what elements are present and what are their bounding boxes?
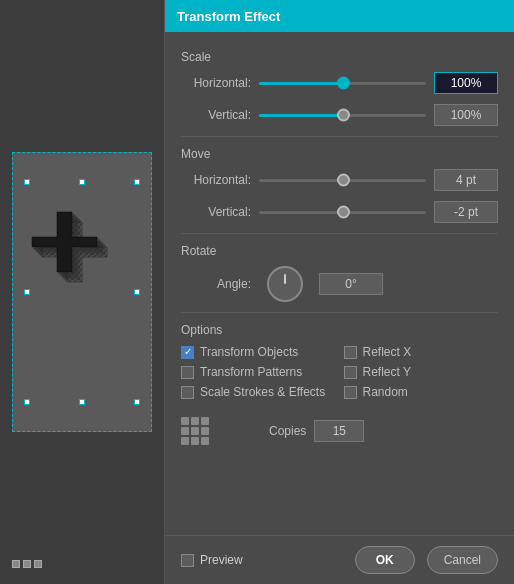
preview-canvas bbox=[12, 152, 152, 432]
scale-horizontal-label: Horizontal: bbox=[181, 76, 259, 90]
reflect-x-checkbox[interactable] bbox=[344, 346, 357, 359]
scale-horizontal-fill bbox=[259, 82, 343, 85]
scale-horizontal-slider[interactable] bbox=[259, 75, 426, 91]
svg-marker-5 bbox=[42, 222, 107, 282]
reflect-y-row: Reflect Y bbox=[344, 365, 499, 379]
preview-label: Preview bbox=[200, 553, 243, 567]
scale-horizontal-row: Horizontal: bbox=[181, 72, 498, 94]
scale-vertical-label: Vertical: bbox=[181, 108, 259, 122]
scale-vertical-fill bbox=[259, 114, 343, 117]
angle-input[interactable] bbox=[319, 273, 383, 295]
options-section-label: Options bbox=[181, 323, 498, 337]
transform-patterns-label: Transform Patterns bbox=[200, 365, 302, 379]
move-horizontal-row: Horizontal: bbox=[181, 169, 498, 191]
move-vertical-track bbox=[259, 211, 426, 214]
divider-3 bbox=[181, 312, 498, 313]
scale-vertical-input[interactable] bbox=[434, 104, 498, 126]
random-checkbox[interactable] bbox=[344, 386, 357, 399]
transform-patterns-checkbox[interactable] bbox=[181, 366, 194, 379]
reflect-y-label: Reflect Y bbox=[363, 365, 411, 379]
move-section-label: Move bbox=[181, 147, 498, 161]
scale-vertical-track bbox=[259, 114, 426, 117]
preview-checkbox-row: Preview bbox=[181, 553, 343, 567]
divider-1 bbox=[181, 136, 498, 137]
move-horizontal-label: Horizontal: bbox=[181, 173, 259, 187]
transform-objects-label: Transform Objects bbox=[200, 345, 298, 359]
angle-label: Angle: bbox=[181, 277, 259, 291]
scale-horizontal-track bbox=[259, 82, 426, 85]
reflect-x-label: Reflect X bbox=[363, 345, 412, 359]
copies-input[interactable] bbox=[314, 420, 364, 442]
random-row: Random bbox=[344, 385, 499, 399]
scale-strokes-row: Scale Strokes & Effects bbox=[181, 385, 336, 399]
scale-horizontal-thumb[interactable] bbox=[337, 77, 350, 90]
random-label: Random bbox=[363, 385, 408, 399]
scale-vertical-slider[interactable] bbox=[259, 107, 426, 123]
scale-section-label: Scale bbox=[181, 50, 498, 64]
copies-label: Copies bbox=[269, 424, 306, 438]
preview-graphic bbox=[27, 182, 137, 402]
scale-strokes-checkbox[interactable] bbox=[181, 386, 194, 399]
move-horizontal-slider[interactable] bbox=[259, 172, 426, 188]
scale-horizontal-input[interactable] bbox=[434, 72, 498, 94]
bottom-bar: Preview OK Cancel bbox=[165, 535, 514, 584]
transform-objects-row: ✓ Transform Objects bbox=[181, 345, 336, 359]
dialog-content: Scale Horizontal: Vertical: bbox=[165, 32, 514, 535]
scale-strokes-label: Scale Strokes & Effects bbox=[200, 385, 325, 399]
transform-objects-checkbox[interactable]: ✓ bbox=[181, 346, 194, 359]
preview-checkbox[interactable] bbox=[181, 554, 194, 567]
dialog-title: Transform Effect bbox=[177, 9, 280, 24]
move-horizontal-thumb[interactable] bbox=[337, 174, 350, 187]
transform-patterns-row: Transform Patterns bbox=[181, 365, 336, 379]
scale-vertical-thumb[interactable] bbox=[337, 109, 350, 122]
copies-row: Copies bbox=[181, 413, 498, 445]
cancel-button[interactable]: Cancel bbox=[427, 546, 498, 574]
options-grid: ✓ Transform Objects Reflect X Transform … bbox=[181, 345, 498, 399]
move-vertical-input[interactable] bbox=[434, 201, 498, 223]
move-vertical-label: Vertical: bbox=[181, 205, 259, 219]
grid-icon bbox=[181, 417, 209, 445]
reflect-x-row: Reflect X bbox=[344, 345, 499, 359]
move-vertical-thumb[interactable] bbox=[337, 206, 350, 219]
move-horizontal-input[interactable] bbox=[434, 169, 498, 191]
checkmark: ✓ bbox=[184, 347, 192, 357]
dialog-title-bar: Transform Effect bbox=[165, 0, 514, 32]
divider-2 bbox=[181, 233, 498, 234]
rotate-row: Angle: bbox=[181, 266, 498, 302]
dialog-panel: Transform Effect Scale Horizontal: Verti… bbox=[165, 0, 514, 584]
move-vertical-slider[interactable] bbox=[259, 204, 426, 220]
move-horizontal-track bbox=[259, 179, 426, 182]
svg-marker-6 bbox=[32, 212, 97, 272]
preview-panel bbox=[0, 0, 165, 584]
scale-vertical-row: Vertical: bbox=[181, 104, 498, 126]
selection-indicator bbox=[12, 560, 42, 568]
reflect-y-checkbox[interactable] bbox=[344, 366, 357, 379]
angle-dial[interactable] bbox=[267, 266, 303, 302]
move-vertical-row: Vertical: bbox=[181, 201, 498, 223]
ok-button[interactable]: OK bbox=[355, 546, 415, 574]
rotate-section-label: Rotate bbox=[181, 244, 498, 258]
